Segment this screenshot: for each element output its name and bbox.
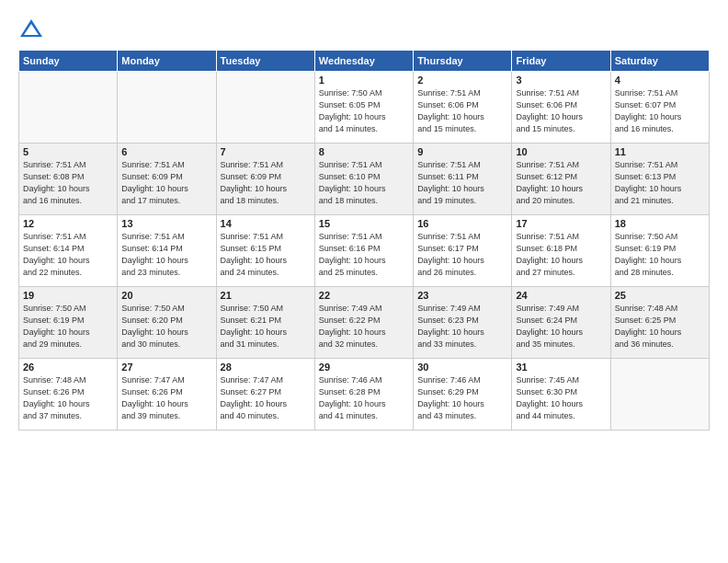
day-info: Sunrise: 7:51 AM Sunset: 6:08 PM Dayligh…: [23, 159, 113, 207]
calendar-table: SundayMondayTuesdayWednesdayThursdayFrid…: [18, 50, 710, 431]
weekday-tuesday: Tuesday: [216, 51, 314, 72]
day-info: Sunrise: 7:50 AM Sunset: 6:05 PM Dayligh…: [319, 87, 409, 135]
week-row-5: 26Sunrise: 7:48 AM Sunset: 6:26 PM Dayli…: [19, 359, 710, 431]
day-cell: 31Sunrise: 7:45 AM Sunset: 6:30 PM Dayli…: [512, 359, 610, 431]
day-info: Sunrise: 7:48 AM Sunset: 6:25 PM Dayligh…: [615, 303, 705, 350]
day-cell: [19, 72, 118, 144]
day-cell: 10Sunrise: 7:51 AM Sunset: 6:12 PM Dayli…: [512, 144, 610, 215]
weekday-sunday: Sunday: [19, 51, 118, 72]
day-info: Sunrise: 7:49 AM Sunset: 6:24 PM Dayligh…: [516, 303, 606, 350]
day-info: Sunrise: 7:51 AM Sunset: 6:09 PM Dayligh…: [221, 159, 311, 207]
day-info: Sunrise: 7:47 AM Sunset: 6:26 PM Dayligh…: [121, 374, 211, 422]
day-info: Sunrise: 7:51 AM Sunset: 6:06 PM Dayligh…: [417, 87, 507, 135]
day-info: Sunrise: 7:51 AM Sunset: 6:14 PM Dayligh…: [23, 231, 113, 279]
day-cell: 6Sunrise: 7:51 AM Sunset: 6:09 PM Daylig…: [118, 144, 216, 215]
day-cell: [216, 72, 314, 144]
day-number: 9: [417, 146, 507, 157]
day-info: Sunrise: 7:51 AM Sunset: 6:07 PM Dayligh…: [615, 87, 705, 135]
day-info: Sunrise: 7:50 AM Sunset: 6:21 PM Dayligh…: [221, 303, 311, 350]
day-cell: 26Sunrise: 7:48 AM Sunset: 6:26 PM Dayli…: [19, 359, 118, 431]
weekday-friday: Friday: [512, 51, 610, 72]
day-cell: 4Sunrise: 7:51 AM Sunset: 6:07 PM Daylig…: [610, 72, 709, 144]
day-cell: 12Sunrise: 7:51 AM Sunset: 6:14 PM Dayli…: [19, 215, 118, 287]
day-info: Sunrise: 7:50 AM Sunset: 6:19 PM Dayligh…: [615, 231, 705, 279]
day-info: Sunrise: 7:51 AM Sunset: 6:13 PM Dayligh…: [615, 159, 705, 207]
day-number: 6: [121, 146, 211, 157]
day-info: Sunrise: 7:46 AM Sunset: 6:29 PM Dayligh…: [417, 374, 507, 422]
logo-icon: [18, 17, 44, 42]
week-row-1: 1Sunrise: 7:50 AM Sunset: 6:05 PM Daylig…: [19, 72, 710, 144]
day-cell: 15Sunrise: 7:51 AM Sunset: 6:16 PM Dayli…: [314, 215, 413, 287]
day-info: Sunrise: 7:51 AM Sunset: 6:10 PM Dayligh…: [319, 159, 409, 207]
day-number: 15: [319, 218, 409, 229]
day-info: Sunrise: 7:51 AM Sunset: 6:14 PM Dayligh…: [121, 231, 211, 279]
day-number: 23: [417, 290, 507, 301]
day-info: Sunrise: 7:45 AM Sunset: 6:30 PM Dayligh…: [516, 374, 606, 422]
day-number: 30: [417, 362, 507, 373]
day-number: 4: [615, 75, 705, 86]
day-number: 29: [319, 362, 409, 373]
day-cell: 27Sunrise: 7:47 AM Sunset: 6:26 PM Dayli…: [118, 359, 216, 431]
weekday-thursday: Thursday: [414, 51, 512, 72]
day-cell: 11Sunrise: 7:51 AM Sunset: 6:13 PM Dayli…: [610, 144, 709, 215]
day-info: Sunrise: 7:51 AM Sunset: 6:16 PM Dayligh…: [319, 231, 409, 279]
header: [18, 17, 710, 42]
day-info: Sunrise: 7:49 AM Sunset: 6:22 PM Dayligh…: [319, 303, 409, 350]
day-number: 10: [516, 146, 606, 157]
day-number: 26: [23, 362, 113, 373]
calendar-page: SundayMondayTuesdayWednesdayThursdayFrid…: [0, 0, 728, 563]
day-info: Sunrise: 7:51 AM Sunset: 6:12 PM Dayligh…: [516, 159, 606, 207]
day-cell: 25Sunrise: 7:48 AM Sunset: 6:25 PM Dayli…: [610, 287, 709, 359]
day-cell: 7Sunrise: 7:51 AM Sunset: 6:09 PM Daylig…: [216, 144, 314, 215]
day-cell: 9Sunrise: 7:51 AM Sunset: 6:11 PM Daylig…: [414, 144, 512, 215]
day-info: Sunrise: 7:47 AM Sunset: 6:27 PM Dayligh…: [221, 374, 311, 422]
day-cell: [610, 359, 709, 431]
day-info: Sunrise: 7:46 AM Sunset: 6:28 PM Dayligh…: [319, 374, 409, 422]
day-number: 5: [23, 146, 113, 157]
weekday-saturday: Saturday: [610, 51, 709, 72]
logo: [18, 17, 48, 42]
day-number: 27: [121, 362, 211, 373]
weekday-header-row: SundayMondayTuesdayWednesdayThursdayFrid…: [19, 51, 710, 72]
day-cell: 14Sunrise: 7:51 AM Sunset: 6:15 PM Dayli…: [216, 215, 314, 287]
day-number: 24: [516, 290, 606, 301]
day-info: Sunrise: 7:50 AM Sunset: 6:20 PM Dayligh…: [121, 303, 211, 350]
day-info: Sunrise: 7:49 AM Sunset: 6:23 PM Dayligh…: [417, 303, 507, 350]
day-cell: 24Sunrise: 7:49 AM Sunset: 6:24 PM Dayli…: [512, 287, 610, 359]
day-number: 11: [615, 146, 705, 157]
day-number: 16: [417, 218, 507, 229]
day-cell: 2Sunrise: 7:51 AM Sunset: 6:06 PM Daylig…: [414, 72, 512, 144]
day-cell: 28Sunrise: 7:47 AM Sunset: 6:27 PM Dayli…: [216, 359, 314, 431]
day-number: 19: [23, 290, 113, 301]
day-number: 1: [319, 75, 409, 86]
day-cell: 18Sunrise: 7:50 AM Sunset: 6:19 PM Dayli…: [610, 215, 709, 287]
day-number: 21: [221, 290, 311, 301]
day-cell: [118, 72, 216, 144]
day-cell: 20Sunrise: 7:50 AM Sunset: 6:20 PM Dayli…: [118, 287, 216, 359]
day-number: 8: [319, 146, 409, 157]
day-number: 28: [221, 362, 311, 373]
day-cell: 3Sunrise: 7:51 AM Sunset: 6:06 PM Daylig…: [512, 72, 610, 144]
day-info: Sunrise: 7:50 AM Sunset: 6:19 PM Dayligh…: [23, 303, 113, 350]
day-number: 2: [417, 75, 507, 86]
day-number: 3: [516, 75, 606, 86]
day-cell: 13Sunrise: 7:51 AM Sunset: 6:14 PM Dayli…: [118, 215, 216, 287]
day-info: Sunrise: 7:51 AM Sunset: 6:18 PM Dayligh…: [516, 231, 606, 279]
day-cell: 16Sunrise: 7:51 AM Sunset: 6:17 PM Dayli…: [414, 215, 512, 287]
day-cell: 8Sunrise: 7:51 AM Sunset: 6:10 PM Daylig…: [314, 144, 413, 215]
day-info: Sunrise: 7:51 AM Sunset: 6:17 PM Dayligh…: [417, 231, 507, 279]
day-info: Sunrise: 7:51 AM Sunset: 6:15 PM Dayligh…: [221, 231, 311, 279]
day-cell: 30Sunrise: 7:46 AM Sunset: 6:29 PM Dayli…: [414, 359, 512, 431]
day-info: Sunrise: 7:51 AM Sunset: 6:09 PM Dayligh…: [121, 159, 211, 207]
day-cell: 21Sunrise: 7:50 AM Sunset: 6:21 PM Dayli…: [216, 287, 314, 359]
day-info: Sunrise: 7:48 AM Sunset: 6:26 PM Dayligh…: [23, 374, 113, 422]
day-info: Sunrise: 7:51 AM Sunset: 6:06 PM Dayligh…: [516, 87, 606, 135]
day-cell: 1Sunrise: 7:50 AM Sunset: 6:05 PM Daylig…: [314, 72, 413, 144]
day-number: 14: [221, 218, 311, 229]
day-cell: 5Sunrise: 7:51 AM Sunset: 6:08 PM Daylig…: [19, 144, 118, 215]
day-number: 22: [319, 290, 409, 301]
day-cell: 19Sunrise: 7:50 AM Sunset: 6:19 PM Dayli…: [19, 287, 118, 359]
day-number: 13: [121, 218, 211, 229]
week-row-3: 12Sunrise: 7:51 AM Sunset: 6:14 PM Dayli…: [19, 215, 710, 287]
weekday-monday: Monday: [118, 51, 216, 72]
